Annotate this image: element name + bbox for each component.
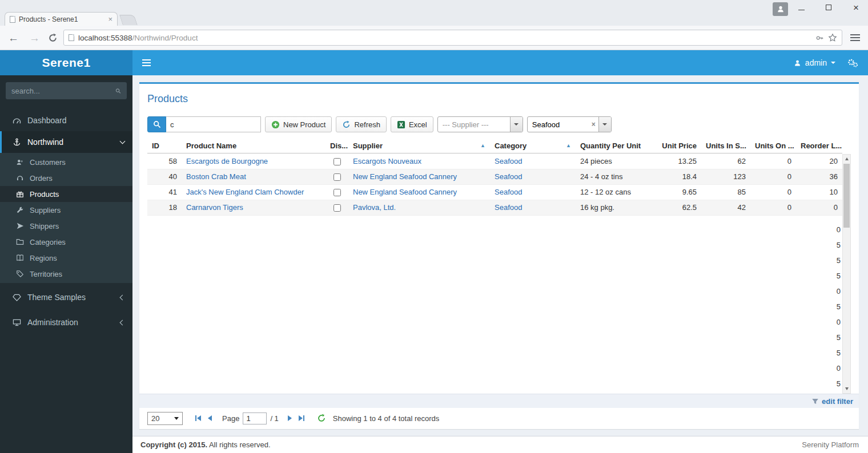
sidebar-item-label: Dashboard xyxy=(27,116,124,125)
supplier-link[interactable]: Escargots Nouveaux xyxy=(353,157,421,165)
refresh-button[interactable]: Refresh xyxy=(336,116,387,132)
next-page-button[interactable] xyxy=(284,413,295,423)
table-row[interactable]: 18 Carnarvon Tigers Pavlova, Ltd. Seafoo… xyxy=(147,200,842,216)
category-link[interactable]: Seafood xyxy=(495,157,522,165)
discontinued-checkbox[interactable] xyxy=(333,173,341,181)
page-number-input[interactable] xyxy=(243,412,267,424)
sidebar-item-dashboard[interactable]: Dashboard xyxy=(0,110,132,131)
sidebar-search-input[interactable] xyxy=(11,87,112,95)
discontinued-checkbox[interactable] xyxy=(333,204,341,212)
filter-bar: edit filter xyxy=(139,394,859,408)
col-header-unit-price[interactable]: Unit Price xyxy=(649,138,701,153)
sidebar-toggle-button[interactable] xyxy=(132,59,160,66)
supplier-link[interactable]: New England Seafood Cannery xyxy=(353,188,457,196)
last-page-button[interactable] xyxy=(295,413,308,423)
user-menu[interactable]: admin xyxy=(794,58,835,67)
sidebar-item-administration[interactable]: Administration xyxy=(0,312,132,333)
col-header-units-on-order[interactable]: Units On ... xyxy=(750,138,796,153)
product-link[interactable]: Escargots de Bourgogne xyxy=(186,157,268,165)
ghost-cell: 5 xyxy=(821,272,841,280)
category-filter-select[interactable]: Seafood × xyxy=(527,116,612,132)
category-link[interactable]: Seafood xyxy=(495,172,522,181)
clear-filter-icon[interactable]: × xyxy=(589,120,598,128)
brand[interactable]: Serene1 xyxy=(0,50,132,75)
key-icon[interactable] xyxy=(815,34,824,42)
profile-avatar-button[interactable] xyxy=(773,2,788,16)
settings-gears-button[interactable] xyxy=(847,58,859,68)
user-label: admin xyxy=(805,58,827,67)
close-button[interactable]: × xyxy=(852,3,860,11)
table-row[interactable]: 58 Escargots de Bourgogne Escargots Nouv… xyxy=(147,154,842,169)
sidebar-item-territories[interactable]: Territories xyxy=(0,266,132,282)
scroll-up-button[interactable] xyxy=(843,155,850,163)
tags-icon xyxy=(15,270,24,278)
supplier-link[interactable]: Pavlova, Ltd. xyxy=(353,203,396,212)
new-product-button[interactable]: New Product xyxy=(265,116,332,132)
edit-filter-link[interactable]: edit filter xyxy=(822,397,853,406)
table-row[interactable]: 41 Jack's New England Clam Chowder New E… xyxy=(147,185,842,200)
sidebar-item-shippers[interactable]: Shippers xyxy=(0,218,132,234)
sidebar-item-regions[interactable]: Regions xyxy=(0,250,132,266)
supplier-link[interactable]: New England Seafood Cannery xyxy=(353,172,457,181)
col-header-units-in-stock[interactable]: Units In S... xyxy=(701,138,750,153)
prev-page-button[interactable] xyxy=(204,413,215,423)
scroll-down-button[interactable] xyxy=(843,385,850,393)
headset-icon xyxy=(15,174,24,182)
discontinued-checkbox[interactable] xyxy=(333,158,341,165)
supplier-filter-select[interactable]: --- Supplier --- xyxy=(437,116,523,132)
person-icon xyxy=(777,5,785,13)
person-icon xyxy=(794,59,801,67)
category-link[interactable]: Seafood xyxy=(495,188,522,196)
bookmark-star-icon[interactable] xyxy=(828,33,837,42)
col-header-quantity-per-unit[interactable]: Quantity Per Unit xyxy=(576,138,649,153)
quick-search-button[interactable] xyxy=(147,116,166,132)
product-link[interactable]: Carnarvon Tigers xyxy=(186,203,243,212)
dropdown-arrow-button[interactable] xyxy=(598,117,611,132)
dropdown-arrow-button[interactable] xyxy=(510,117,523,132)
sidebar-item-label: Categories xyxy=(30,238,132,246)
col-header-product-name[interactable]: Product Name xyxy=(182,138,326,153)
sidebar-item-orders[interactable]: Orders xyxy=(0,170,132,186)
browser-tab[interactable]: Products - Serene1 × xyxy=(5,12,118,26)
browser-menu-button[interactable] xyxy=(848,32,862,43)
pager-refresh-button[interactable] xyxy=(317,414,326,423)
grid-header: ID Product Name Dis... Supplier▲ Categor… xyxy=(147,138,842,153)
sidebar-item-label: Customers xyxy=(30,158,132,167)
page-total: / 1 xyxy=(270,414,278,423)
quick-search-input[interactable] xyxy=(166,116,261,132)
address-bar[interactable]: localhost:55388/Northwind/Product xyxy=(63,30,842,46)
page-size-select[interactable]: 20 xyxy=(147,412,183,425)
product-link[interactable]: Boston Crab Meat xyxy=(186,172,246,181)
plus-circle-icon xyxy=(271,120,280,129)
maximize-button[interactable] xyxy=(825,3,833,11)
url-path: /Northwind/Product xyxy=(132,34,198,42)
col-header-reorder-level[interactable]: Reorder L... xyxy=(796,138,842,153)
page-icon xyxy=(10,16,15,23)
sidebar-item-categories[interactable]: Categories xyxy=(0,234,132,250)
sidebar-item-suppliers[interactable]: Suppliers xyxy=(0,202,132,218)
sidebar-search[interactable] xyxy=(6,82,127,99)
col-header-supplier[interactable]: Supplier▲ xyxy=(348,138,490,153)
sidebar-item-products[interactable]: Products xyxy=(0,186,132,202)
excel-export-button[interactable]: Excel xyxy=(391,116,433,132)
back-button[interactable]: ← xyxy=(6,33,21,43)
scrollbar-thumb[interactable] xyxy=(843,164,850,228)
col-header-discontinued[interactable]: Dis... xyxy=(326,138,348,153)
reload-button[interactable] xyxy=(48,33,58,43)
sidebar-item-theme-samples[interactable]: Theme Samples xyxy=(0,286,132,308)
cell-discontinued xyxy=(326,169,348,184)
category-link[interactable]: Seafood xyxy=(495,203,522,212)
discontinued-checkbox[interactable] xyxy=(333,189,341,196)
col-header-category[interactable]: Category▲ xyxy=(490,138,576,153)
sidebar-item-customers[interactable]: Customers xyxy=(0,154,132,170)
tab-close-icon[interactable]: × xyxy=(108,15,112,23)
table-row[interactable]: 40 Boston Crab Meat New England Seafood … xyxy=(147,169,842,185)
minimize-button[interactable] xyxy=(797,3,805,11)
first-page-button[interactable] xyxy=(192,413,204,423)
product-link[interactable]: Jack's New England Clam Chowder xyxy=(186,188,304,196)
new-tab-button[interactable] xyxy=(119,15,138,25)
grid-scrollbar[interactable] xyxy=(842,154,851,394)
col-header-id[interactable]: ID xyxy=(147,138,182,153)
forward-button[interactable]: → xyxy=(27,33,42,43)
sidebar-item-northwind[interactable]: Northwind xyxy=(0,131,132,153)
